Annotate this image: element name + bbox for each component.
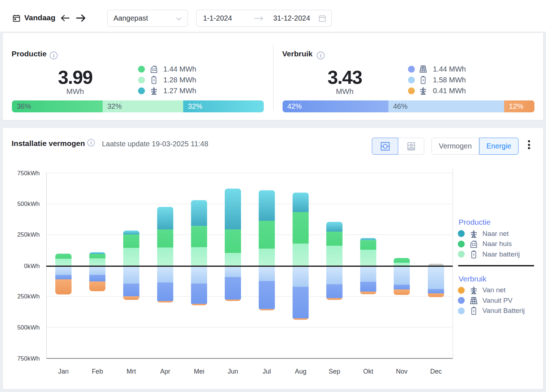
svg-text:i: i [90, 140, 92, 146]
svg-text:i: i [53, 53, 55, 59]
svg-text:i: i [320, 53, 322, 59]
